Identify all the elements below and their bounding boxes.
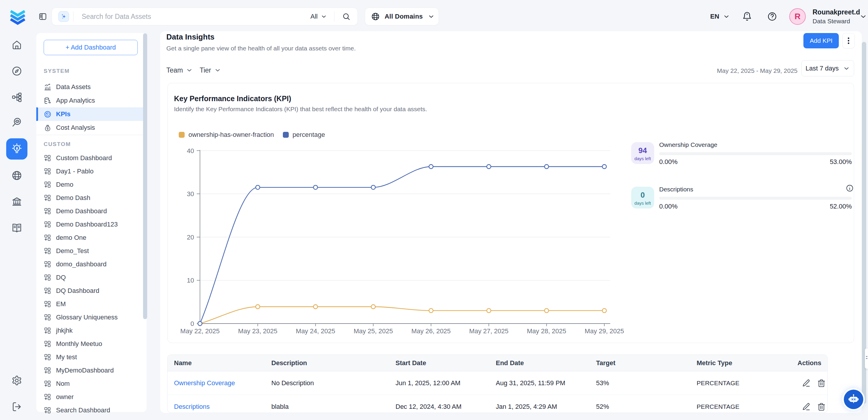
date-range-text: May 22, 2025 - May 29, 2025 xyxy=(717,67,798,74)
info-icon[interactable] xyxy=(845,184,854,192)
bulb-icon xyxy=(11,143,23,155)
rail-item-logout[interactable] xyxy=(11,401,22,412)
table-body: Ownership Coverage No Description Jun 1,… xyxy=(167,371,827,413)
add-kpi-button[interactable]: Add KPI xyxy=(803,33,839,49)
table-row: Descriptions blabla Dec 12, 2024, 4:30 A… xyxy=(167,395,827,413)
dashboard-add-icon xyxy=(44,380,51,388)
dashboard-add-icon xyxy=(44,234,51,242)
dashboard-add-icon xyxy=(44,274,51,281)
edge-widget[interactable] xyxy=(865,348,868,369)
notifications-bell-icon[interactable] xyxy=(742,11,752,22)
money-bag-icon xyxy=(44,124,52,132)
sidebar-scrollbar[interactable] xyxy=(143,33,147,319)
chevron-down-icon xyxy=(843,65,850,72)
user-menu[interactable]: Rounakpreet.d Data Steward xyxy=(812,8,860,25)
topbar: Search for Data Assets All All Domains E… xyxy=(0,0,868,33)
rail-item-home[interactable] xyxy=(11,39,23,51)
compass-icon xyxy=(11,65,23,77)
sidebar-item-demo-dashboard[interactable]: Demo Dashboard xyxy=(36,204,147,218)
sidebar-item-glossary-uniqueness[interactable]: Glossary Uniqueness xyxy=(36,310,147,324)
sidebar-item-custom-dashboard[interactable]: Custom Dashboard xyxy=(36,151,147,165)
kpi-card-title: Key Performance Indicators (KPI) xyxy=(174,94,291,103)
rail-item-insights[interactable] xyxy=(6,138,27,159)
sidebar-item-demo-dash[interactable]: Demo Dash xyxy=(36,191,147,205)
column-header-metric-type[interactable]: Metric Type xyxy=(696,359,790,367)
trash-icon xyxy=(817,402,826,411)
sidebar-item-demo-test[interactable]: Demo_Test xyxy=(36,244,147,258)
kpi-end-date: Aug 31, 2025, 11:59 PM xyxy=(496,379,596,387)
sidebar-item-demo-one[interactable]: demo One xyxy=(36,231,147,244)
chat-bot-button[interactable] xyxy=(844,390,863,409)
sidebar-item-em[interactable]: EM xyxy=(36,297,147,311)
kebab-icon xyxy=(844,36,853,45)
sidebar-item-demo-dashboard123[interactable]: Demo Dashboard123 xyxy=(36,218,147,231)
days-left-value: 94 xyxy=(631,146,654,155)
kpi-gauge-icon xyxy=(44,110,52,118)
add-dashboard-button[interactable]: + Add Dashboard xyxy=(44,40,138,55)
language-dropdown[interactable]: EN xyxy=(710,13,730,20)
sidebar-item-kpis[interactable]: KPIs xyxy=(36,107,147,121)
column-header-start-date[interactable]: Start Date xyxy=(396,359,496,367)
team-filter-label: Team xyxy=(166,66,183,74)
svg-text:May 27, 2025: May 27, 2025 xyxy=(469,327,508,335)
team-filter[interactable]: Team xyxy=(166,64,193,76)
sidebar-item-owner[interactable]: owner xyxy=(36,390,147,404)
delete-icon[interactable] xyxy=(817,379,826,388)
sidebar-item-search-dashboard[interactable]: Search Dashboard xyxy=(36,403,147,417)
more-options-button[interactable] xyxy=(842,33,855,49)
dashboard-add-icon xyxy=(44,353,51,361)
sidebar-item-demo[interactable]: Demo xyxy=(36,178,147,191)
avatar[interactable]: R xyxy=(789,8,806,25)
sidebar-item-dq-dashboard[interactable]: DQ Dashboard xyxy=(36,284,147,298)
sidebar-item-cost-analysis[interactable]: Cost Analysis xyxy=(36,121,147,134)
svg-text:20: 20 xyxy=(187,234,194,241)
kpi-target: 53% xyxy=(596,379,696,387)
range-dropdown[interactable]: Last 7 days xyxy=(801,60,854,77)
sidebar-item-data-assets[interactable]: Data Assets xyxy=(36,80,147,94)
dashboard-add-icon xyxy=(44,154,51,162)
main-panel: Data Insights Get a single pane view of … xyxy=(160,31,862,413)
kpi-start-date: Dec 12, 2024, 4:30 AM xyxy=(396,403,496,411)
range-value: Last 7 days xyxy=(805,65,839,72)
tier-filter[interactable]: Tier xyxy=(200,64,221,76)
rail-item-docs[interactable] xyxy=(11,222,23,234)
kpi-summary-title: Ownership Coverage xyxy=(659,141,717,148)
sidebar-item-monthly-meetuo[interactable]: Monthly Meetuo xyxy=(36,337,147,351)
sidebar-item-domo-dashboard[interactable]: domo_dashboard xyxy=(36,258,147,271)
sidebar-item-jhkjhk[interactable]: jhkjhk xyxy=(36,324,147,337)
column-header-end-date[interactable]: End Date xyxy=(496,359,596,367)
rail-item-observability[interactable] xyxy=(11,117,23,128)
rail-item-settings[interactable] xyxy=(11,375,22,386)
kpi-name-link[interactable]: Descriptions xyxy=(167,403,271,411)
dashboard-add-icon xyxy=(44,300,51,308)
dashboard-add-icon xyxy=(44,287,51,295)
kpi-card: Key Performance Indicators (KPI) Identif… xyxy=(167,83,854,343)
sidebar-item-mydemodashboard[interactable]: MyDemoDashboard xyxy=(36,364,147,377)
rail-item-discover[interactable] xyxy=(11,65,23,77)
sidebar-divider xyxy=(36,135,147,135)
sidebar-item-app-analytics[interactable]: App Analytics xyxy=(36,94,147,107)
rail-item-governance[interactable] xyxy=(11,196,23,207)
sidebar-item-nom[interactable]: Nom xyxy=(36,377,147,390)
help-icon[interactable] xyxy=(767,11,777,22)
dashboard-add-icon xyxy=(44,168,51,175)
edit-icon[interactable] xyxy=(802,402,810,411)
kpi-line-chart[interactable]: 010203040May 22, 2025May 23, 2025May 24,… xyxy=(168,127,640,336)
data-assets-icon xyxy=(44,83,52,91)
section-label-system: SYSTEM xyxy=(44,68,70,74)
sidebar-item-my-test[interactable]: My test xyxy=(36,351,147,364)
column-header-description[interactable]: Description xyxy=(271,359,396,367)
delete-icon[interactable] xyxy=(817,402,826,411)
column-header-name[interactable]: Name xyxy=(167,359,271,367)
column-header-actions[interactable]: Actions xyxy=(790,359,827,367)
kpi-name-link[interactable]: Ownership Coverage xyxy=(167,379,271,387)
column-header-target[interactable]: Target xyxy=(596,359,696,367)
table-header-row: NameDescriptionStart DateEnd DateTargetM… xyxy=(167,355,827,371)
rail-item-lineage[interactable] xyxy=(11,92,23,103)
edit-icon[interactable] xyxy=(802,379,810,388)
dashboard-add-icon xyxy=(44,261,51,268)
sidebar-item-dq[interactable]: DQ xyxy=(36,271,147,284)
progress-current: 0.00% xyxy=(659,203,678,210)
sidebar-item-day1-pablo[interactable]: Day1 - Pablo xyxy=(36,164,147,178)
rail-item-web[interactable] xyxy=(11,170,23,181)
